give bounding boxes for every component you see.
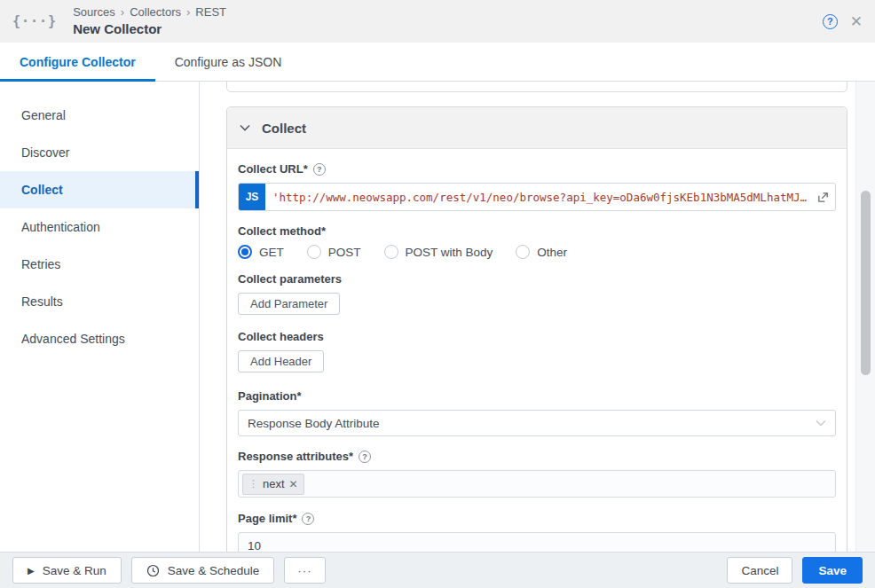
- cancel-button[interactable]: Cancel: [727, 557, 792, 584]
- tab-configure-as-json[interactable]: Configure as JSON: [155, 43, 302, 81]
- page-title: New Collector: [73, 20, 226, 38]
- js-expression-badge[interactable]: JS: [239, 184, 265, 210]
- form-content: Collect Collect URL* ? JS 'http://www.ne…: [200, 82, 875, 552]
- page-limit-input[interactable]: 10: [238, 532, 836, 552]
- previous-section-edge: [226, 82, 847, 92]
- add-parameter-button[interactable]: Add Parameter: [238, 293, 340, 315]
- scrollbar-track[interactable]: [855, 82, 875, 552]
- clock-icon: [146, 564, 160, 577]
- tab-configure-collector[interactable]: Configure Collector: [0, 43, 155, 81]
- sidebar-item-results[interactable]: Results: [0, 283, 199, 320]
- radio-dot: [238, 245, 252, 259]
- radio-other[interactable]: Other: [516, 245, 567, 259]
- radio-post[interactable]: POST: [307, 245, 361, 259]
- drag-handle-icon[interactable]: ⋮: [248, 478, 258, 490]
- sidebar-item-advanced-settings[interactable]: Advanced Settings: [0, 320, 199, 357]
- help-icon[interactable]: ?: [823, 14, 838, 29]
- collect-url-value[interactable]: 'http://www.neowsapp.com/rest/v1/neo/bro…: [265, 184, 810, 210]
- footer-actions: ▶ Save & Run Save & Schedule ··· Cancel …: [0, 552, 875, 588]
- collect-url-help-icon[interactable]: ?: [313, 163, 326, 176]
- breadcrumb-separator: ›: [121, 5, 124, 19]
- breadcrumb: Sources›Collectors›REST: [73, 4, 226, 20]
- expand-editor-icon[interactable]: [810, 184, 835, 210]
- collect-url-input[interactable]: JS 'http://www.neowsapp.com/rest/v1/neo/…: [238, 183, 836, 211]
- section-title: Collect: [262, 121, 306, 136]
- modal-header: {···} Sources›Collectors›REST New Collec…: [0, 0, 875, 43]
- breadcrumb-sources[interactable]: Sources: [73, 5, 115, 19]
- collect-section-header[interactable]: Collect: [227, 107, 847, 149]
- collect-parameters-label: Collect parameters: [238, 272, 342, 286]
- save-and-schedule-button[interactable]: Save & Schedule: [131, 557, 275, 584]
- chevron-down-icon: [240, 124, 250, 131]
- radio-post-with-body[interactable]: POST with Body: [384, 245, 493, 259]
- page-limit-value: 10: [248, 539, 261, 553]
- breadcrumb-separator: ›: [186, 5, 190, 19]
- radio-dot: [384, 245, 398, 259]
- radio-dot: [307, 245, 321, 259]
- response-attributes-help-icon[interactable]: ?: [359, 451, 371, 463]
- add-header-button[interactable]: Add Header: [238, 350, 324, 372]
- response-attributes-input[interactable]: ⋮ next ✕: [238, 470, 836, 498]
- sidebar-item-authentication[interactable]: Authentication: [0, 208, 199, 246]
- scrollbar-thumb[interactable]: [861, 191, 871, 375]
- breadcrumb-collectors[interactable]: Collectors: [130, 5, 181, 19]
- close-icon[interactable]: ✕: [850, 14, 863, 29]
- radio-dot: [516, 245, 530, 259]
- sidebar-item-general[interactable]: General: [0, 97, 199, 134]
- settings-nav: General Discover Collect Authentication …: [0, 82, 200, 552]
- collect-url-label: Collect URL*: [238, 162, 308, 176]
- collect-headers-label: Collect headers: [238, 330, 324, 343]
- sidebar-item-retries[interactable]: Retries: [0, 246, 199, 283]
- page-limit-help-icon[interactable]: ?: [302, 513, 314, 525]
- chevron-down-icon: [816, 419, 826, 427]
- tag-label: next: [263, 477, 285, 490]
- pagination-select[interactable]: Response Body Attribute: [238, 410, 836, 436]
- ellipsis-icon: ···: [297, 564, 312, 577]
- new-collector-modal: {···} Sources›Collectors›REST New Collec…: [0, 0, 875, 588]
- save-and-run-button[interactable]: ▶ Save & Run: [12, 557, 122, 584]
- remove-tag-icon[interactable]: ✕: [289, 478, 298, 490]
- sidebar-item-discover[interactable]: Discover: [0, 134, 199, 171]
- breadcrumb-rest[interactable]: REST: [195, 5, 226, 19]
- attribute-tag: ⋮ next ✕: [242, 474, 304, 495]
- rest-collector-icon: {···}: [12, 13, 57, 29]
- radio-get[interactable]: GET: [238, 245, 284, 259]
- play-icon: ▶: [28, 566, 35, 576]
- pagination-value: Response Body Attribute: [248, 417, 380, 430]
- response-attributes-label: Response attributes*: [238, 450, 353, 463]
- collect-section: Collect Collect URL* ? JS 'http://www.ne…: [226, 106, 847, 552]
- pagination-label: Pagination*: [238, 389, 302, 403]
- save-button[interactable]: Save: [802, 557, 863, 584]
- collect-method-radio-group: GET POST POST with Body Other: [238, 245, 836, 259]
- sidebar-item-collect[interactable]: Collect: [0, 171, 199, 208]
- tab-bar: Configure Collector Configure as JSON: [0, 43, 875, 82]
- collect-method-label: Collect method*: [238, 224, 326, 238]
- more-actions-button[interactable]: ···: [284, 557, 326, 584]
- page-limit-label: Page limit*: [238, 512, 296, 525]
